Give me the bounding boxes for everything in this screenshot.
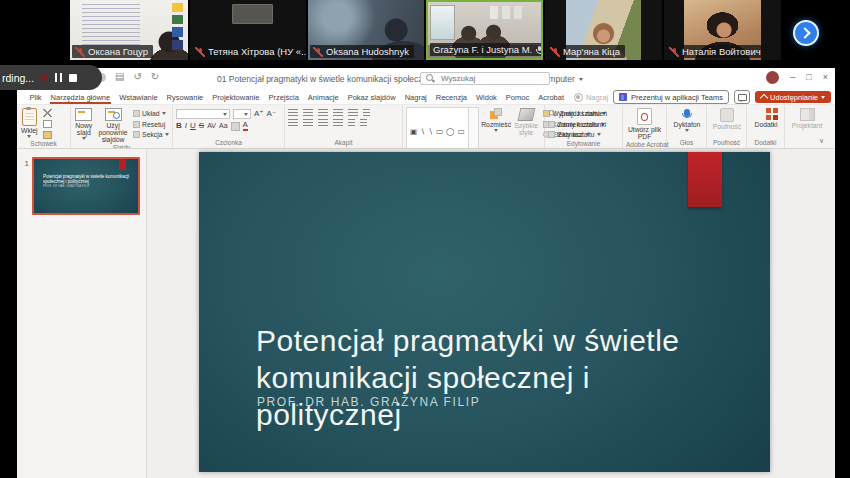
tab-przejscia[interactable]: Przejścia [264, 90, 303, 104]
stop-recording-button[interactable] [69, 74, 77, 82]
change-case-button[interactable]: Aa [219, 121, 228, 131]
replace-fonts-button[interactable]: Zamień czcionki [548, 120, 619, 129]
underline-button[interactable]: U [190, 121, 196, 131]
italic-button[interactable]: I [185, 121, 187, 131]
strikethrough-button[interactable]: S [199, 121, 204, 131]
arrange-button[interactable]: Rozmieść [483, 107, 509, 132]
redo-icon[interactable]: ↻ [151, 72, 159, 82]
participant-tile-4-active-speaker[interactable]: Grażyna F. i Justyna M. [426, 0, 543, 60]
slide-1-thumbnail[interactable]: Potencjał pragmatyki w świetle komunikac… [32, 157, 140, 215]
find-replace-label: Znajdź i zamień [560, 110, 608, 117]
increase-font-button[interactable]: A⁺ [254, 109, 264, 119]
quick-styles-button[interactable]: Szybkie style [513, 107, 539, 136]
slide-thumbnail-pane[interactable]: 1 Potencjał pragmatyki w świetle komunik… [17, 149, 147, 478]
tab-plik[interactable]: Plik [25, 90, 46, 104]
sensitivity-button[interactable]: Poufność [710, 107, 744, 130]
tab-pokaz-slajdow[interactable]: Pokaz slajdów [343, 90, 400, 104]
record-icon [574, 93, 583, 102]
participant-tile-1[interactable]: Оксана Гоцур [70, 0, 188, 60]
participant-tile-2[interactable]: Тетяна Хітрова (НУ «... [190, 0, 306, 60]
tab-acrobat[interactable]: Acrobat [534, 90, 569, 104]
arrange-label: Rozmieść [481, 121, 511, 128]
search-box[interactable] [420, 72, 550, 85]
collapse-ribbon-icon[interactable]: ∨ [819, 137, 824, 145]
present-in-teams-button[interactable]: Prezentuj w aplikacji Teams [613, 90, 729, 104]
record-button[interactable]: Nagraj [574, 93, 608, 102]
next-participants-button[interactable] [793, 20, 819, 46]
tab-animacje[interactable]: Animacje [303, 90, 343, 104]
format-painter-icon[interactable] [43, 131, 52, 139]
shapes-gallery-more-button[interactable] [469, 107, 479, 149]
tab-recenzja[interactable]: Recenzja [431, 90, 471, 104]
ribbon-group-editing: Znajdź i zamień Zamień czcionki Zaznacz … [545, 105, 623, 148]
save-icon[interactable]: ▤ [115, 72, 124, 82]
tab-wstawianie[interactable]: Wstawianie [115, 90, 162, 104]
select-icon [548, 131, 555, 138]
font-color-button[interactable]: A [243, 121, 248, 131]
numbering-icon[interactable] [303, 109, 313, 117]
select-button[interactable]: Zaznacz [548, 130, 619, 139]
participant-tile-6[interactable]: Наталія Войтович [664, 0, 781, 60]
create-pdf-label: Utwórz plik PDF [628, 126, 662, 140]
align-right-icon[interactable] [318, 119, 328, 127]
align-left-icon[interactable] [288, 119, 298, 127]
reuse-slides-button[interactable]: Użyj ponownie slajdów [98, 107, 129, 143]
justify-icon[interactable] [333, 119, 343, 127]
ribbon-group-font: A⁺ A⁻ B I U S AV Aa A Czcionka [173, 105, 285, 148]
tab-pomoc[interactable]: Pomoc [501, 90, 533, 104]
slide-canvas[interactable]: Potencjał pragmatyki w świetle komunikac… [147, 149, 835, 478]
tab-nagraj[interactable]: Nagraj [400, 90, 431, 104]
participant-name: Мар'яна Кіца [563, 46, 620, 57]
slide-title[interactable]: Potencjał pragmatyki w świetle komunikac… [256, 322, 741, 433]
designer-button[interactable]: Projektant [789, 107, 825, 129]
comments-button[interactable] [734, 90, 750, 104]
slide-subtitle[interactable]: PROF. DR HAB. GRAŻYNA FILIP [257, 395, 480, 409]
create-pdf-button[interactable]: Utwórz plik PDF [627, 107, 663, 140]
align-center-icon[interactable] [303, 119, 313, 127]
shapes-gallery[interactable]: ▣ ∖ ∖ ▭ ◯ ▭ △ ◇ ⇒ ⇓ ▱ ~ { } ☆ [406, 107, 479, 149]
maximize-icon[interactable]: □ [806, 71, 811, 84]
search-input[interactable] [439, 73, 544, 84]
font-name-combo[interactable] [176, 109, 230, 119]
participant-tile-5[interactable]: Мар'яна Кіца [545, 0, 662, 60]
increase-indent-icon[interactable] [333, 109, 343, 117]
decrease-font-button[interactable]: A⁻ [267, 109, 277, 119]
pause-recording-button[interactable] [55, 73, 62, 82]
participant-name: Oksana Hudoshnyk [326, 46, 409, 57]
tab-rysowanie[interactable]: Rysowanie [162, 90, 208, 104]
close-icon[interactable]: × [823, 71, 828, 84]
bullets-icon[interactable] [288, 109, 298, 117]
user-avatar[interactable] [766, 71, 779, 84]
dictate-button[interactable]: Dyktafon [670, 107, 704, 132]
minimize-icon[interactable]: – [790, 71, 795, 84]
dictate-label: Dyktafon [674, 121, 701, 128]
text-direction-icon[interactable] [363, 109, 370, 117]
new-slide-button[interactable]: Nowy slajd [74, 107, 94, 140]
font-size-combo[interactable] [233, 109, 251, 119]
share-button[interactable]: Udostępnianie [755, 91, 831, 103]
layout-button[interactable]: Układ [133, 109, 169, 118]
participant-tile-3[interactable]: Oksana Hudoshnyk [308, 0, 424, 60]
addins-button[interactable]: Dodatki [750, 107, 782, 128]
tab-narzedzia-glowne[interactable]: Narzędzia główne [46, 90, 115, 104]
cut-icon[interactable] [43, 109, 52, 117]
decrease-indent-icon[interactable] [318, 109, 328, 117]
find-replace-button[interactable]: Znajdź i zamień [548, 109, 619, 118]
tab-projektowanie[interactable]: Projektowanie [208, 90, 264, 104]
sensitivity-icon [720, 108, 734, 122]
tab-widok[interactable]: Widok [472, 90, 502, 104]
section-button[interactable]: Sekcja [133, 130, 169, 139]
reset-button[interactable]: Resetuj [133, 120, 169, 129]
line-spacing-icon[interactable] [348, 109, 358, 117]
bold-button[interactable]: B [176, 121, 182, 131]
copy-icon[interactable] [43, 120, 52, 128]
smartart-convert-icon[interactable] [360, 119, 367, 127]
undo-icon[interactable]: ↺ [133, 72, 141, 82]
columns-icon[interactable] [348, 119, 355, 127]
titlebar-controls: – □ × [766, 71, 828, 84]
character-spacing-button[interactable]: AV [207, 121, 216, 131]
title-dropdown-caret-icon[interactable] [579, 78, 583, 81]
paste-button[interactable]: Wklej [20, 107, 39, 138]
highlight-color-icon[interactable] [231, 122, 240, 131]
slide-1[interactable]: Potencjał pragmatyki w świetle komunikac… [199, 152, 770, 472]
